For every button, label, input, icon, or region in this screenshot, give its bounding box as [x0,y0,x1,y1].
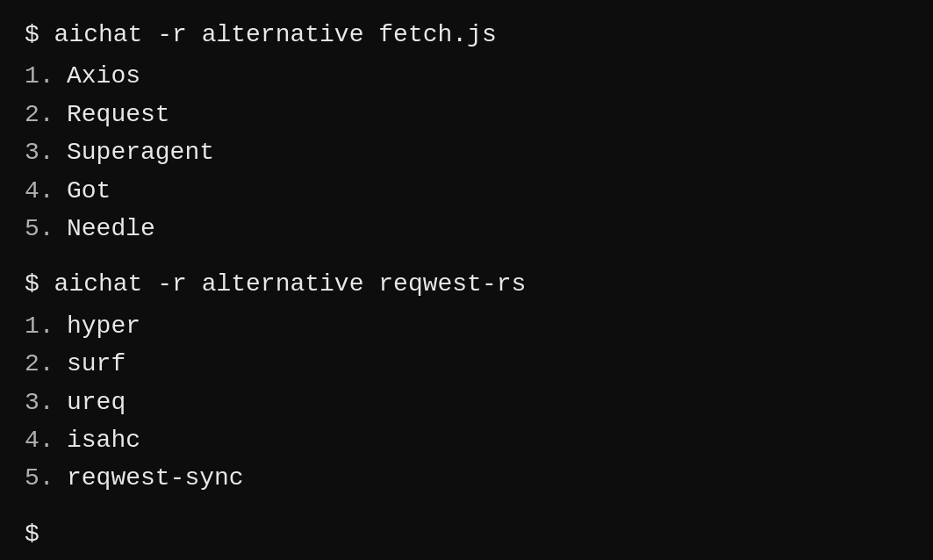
list-value: isahc [67,421,140,459]
prompt-2: $ [25,270,54,298]
list-item: 2. surf [25,345,908,383]
list-number: 2. [25,345,67,383]
list-number: 5. [25,210,67,248]
list-number: 4. [25,172,67,210]
list-item: 5. reqwest-sync [25,459,908,497]
list-value: Got [67,172,111,210]
terminal-block-2: $ aichat -r alternative reqwest-rs 1. hy… [25,265,908,497]
list-value: surf [67,345,126,383]
command-line-1: $ aichat -r alternative fetch.js [25,16,908,54]
list-item: 4. Got [25,172,908,210]
list-item: 4. isahc [25,421,908,459]
list-item: 3. ureq [25,384,908,421]
bottom-prompt: $ [25,515,908,553]
command-line-2: $ aichat -r alternative reqwest-rs [25,265,908,303]
list-item: 1. hyper [25,307,908,345]
list-value: Needle [67,210,155,248]
list-item: 3. Superagent [25,133,908,171]
list-value: reqwest-sync [67,459,244,497]
list-number: 3. [25,384,67,421]
list-item: 1. Axios [25,57,908,95]
list-value: ureq [67,384,126,421]
list-number: 2. [25,96,67,133]
terminal-block-1: $ aichat -r alternative fetch.js 1. Axio… [25,16,908,248]
list-value: Superagent [67,133,214,171]
list-item: 5. Needle [25,210,908,248]
list-number: 1. [25,307,67,345]
command-text-1: aichat -r alternative fetch.js [54,21,497,48]
command-text-2: aichat -r alternative reqwest-rs [54,270,527,298]
list-number: 5. [25,459,67,497]
list-number: 1. [25,57,67,95]
list-value: Request [67,96,170,133]
list-value: hyper [67,307,140,345]
list-number: 3. [25,133,67,171]
list-item: 2. Request [25,96,908,133]
prompt-1: $ [25,21,54,48]
list-number: 4. [25,421,67,459]
list-value: Axios [67,57,140,95]
